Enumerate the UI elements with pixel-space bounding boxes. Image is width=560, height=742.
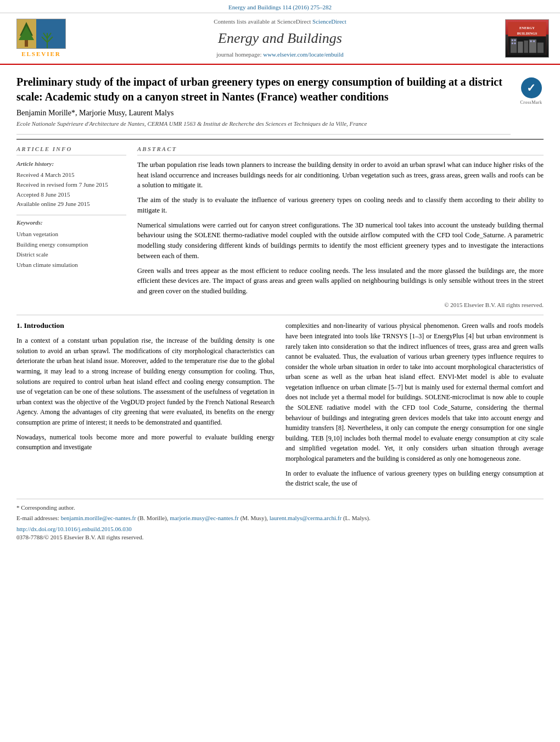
journal-reference: Energy and Buildings 114 (2016) 275–282 (0, 0, 560, 13)
email-link-3[interactable]: laurent.malys@cerma.archi.fr (270, 515, 341, 521)
homepage-link[interactable]: www.elsevier.com/locate/enbuild (263, 51, 344, 58)
article-footer: * Corresponding author. E-mail addresses… (16, 499, 544, 544)
keywords-section: Keywords: Urban vegetation Building ener… (16, 215, 126, 270)
intro-para-3: complexities and non-linearity of variou… (285, 321, 544, 464)
svg-rect-16 (518, 42, 523, 53)
abstract-column: ABSTRACT The urban population rise leads… (137, 145, 544, 310)
journal-center: Contents lists available at ScienceDirec… (71, 18, 489, 59)
svg-rect-23 (514, 42, 516, 44)
svg-rect-22 (512, 42, 513, 44)
body-section: 1. Introduction In a context of a consta… (16, 315, 544, 499)
homepage-text: journal homepage: www.elsevier.com/locat… (71, 51, 489, 59)
svg-rect-19 (537, 42, 544, 53)
body-col-left: 1. Introduction In a context of a consta… (16, 321, 275, 493)
history-label: Article history: (16, 160, 126, 168)
copyright: © 2015 Elsevier B.V. All rights reserved… (137, 301, 544, 309)
svg-rect-5 (25, 40, 28, 47)
crossmark-label: CrossMark (520, 99, 542, 105)
article-info-column: ARTICLE INFO Article history: Received 4… (16, 145, 126, 310)
keyword-2: Building energy consumption (16, 239, 126, 250)
abstract-para-4: Green walls and trees appear as the most… (137, 266, 544, 297)
elsevier-brand: ELSEVIER (21, 50, 61, 58)
elsevier-logo: ELSEVIER (11, 19, 71, 58)
contents-available: Contents lists available at ScienceDirec… (71, 18, 489, 26)
svg-rect-17 (524, 41, 528, 53)
received-date: Received 4 March 2015 (16, 170, 126, 180)
crossmark[interactable]: ✓ CrossMark (519, 77, 544, 105)
article-title: Preliminary study of the impact of urban… (16, 75, 511, 104)
journal-header: ELSEVIER Contents lists available at Sci… (0, 13, 560, 64)
abstract-heading: ABSTRACT (137, 145, 544, 155)
svg-rect-25 (533, 41, 535, 42)
authors-line: Benjamin Morille*, Marjorie Musy, Lauren… (16, 104, 511, 120)
issn-line: 0378-7788/© 2015 Elsevier B.V. All right… (16, 533, 544, 542)
journal-thumbnail: ENERGY BUILDINGS (489, 19, 549, 58)
keywords-label: Keywords: (16, 219, 126, 227)
svg-rect-21 (514, 40, 516, 41)
available-date: Available online 29 June 2015 (16, 199, 126, 209)
info-abstract-section: ARTICLE INFO Article history: Received 4… (16, 140, 544, 316)
svg-rect-20 (512, 40, 513, 41)
article-wrapper: Preliminary study of the impact of urban… (0, 65, 560, 544)
keyword-4: Urban climate simulation (16, 260, 126, 270)
svg-text:BUILDINGS: BUILDINGS (517, 31, 537, 35)
footnote-emails: E-mail addresses: benjamin.morille@ec-na… (16, 514, 544, 522)
abstract-para-3: Numerical simulations were carried out f… (137, 220, 544, 261)
journal-title: Energy and Buildings (71, 29, 489, 48)
svg-text:ENERGY: ENERGY (519, 26, 535, 30)
article-history: Article history: Received 4 March 2015 R… (16, 160, 126, 209)
crossmark-icon: ✓ (521, 77, 542, 98)
intro-heading: 1. Introduction (16, 321, 275, 331)
article-title-section: Preliminary study of the impact of urban… (16, 65, 544, 140)
elsevier-logo-img (16, 19, 66, 49)
svg-rect-15 (511, 38, 517, 53)
abstract-para-2: The aim of the study is to evaluate the … (137, 195, 544, 216)
affiliation: Ecole Nationale Supérieure d'Architectur… (16, 120, 511, 134)
email-link-1[interactable]: benjamin.morille@ec-nantes.fr (61, 515, 136, 521)
svg-rect-24 (530, 41, 532, 42)
revised-date: Received in revised form 7 June 2015 (16, 180, 126, 190)
accepted-date: Accepted 8 June 2015 (16, 190, 126, 200)
article-info-heading: ARTICLE INFO (16, 145, 126, 155)
footnote-star: * Corresponding author. (16, 504, 544, 512)
sciencedirect-link[interactable]: ScienceDirect (312, 18, 346, 25)
keyword-3: District scale (16, 249, 126, 260)
abstract-para-1: The urban population rise leads town pla… (137, 160, 544, 191)
journal-ref-link[interactable]: Energy and Buildings 114 (2016) 275–282 (228, 4, 332, 10)
intro-para-2: Nowadays, numerical tools become more an… (16, 432, 275, 453)
keyword-1: Urban vegetation (16, 229, 126, 239)
intro-para-1: In a context of a constant urban populat… (16, 336, 275, 427)
body-col-right: complexities and non-linearity of variou… (285, 321, 544, 493)
doi-link[interactable]: http://dx.doi.org/10.1016/j.enbuild.2015… (16, 526, 132, 532)
email-link-2[interactable]: marjorie.musy@ec-nantes.fr (170, 515, 239, 521)
article-title-text: Preliminary study of the impact of urban… (16, 75, 511, 135)
journal-cover-thumb: ENERGY BUILDINGS (505, 19, 549, 58)
body-two-col: 1. Introduction In a context of a consta… (16, 321, 544, 493)
intro-para-4: In order to evaluate the influence of va… (285, 468, 544, 489)
doi-line: http://dx.doi.org/10.1016/j.enbuild.2015… (16, 525, 544, 533)
